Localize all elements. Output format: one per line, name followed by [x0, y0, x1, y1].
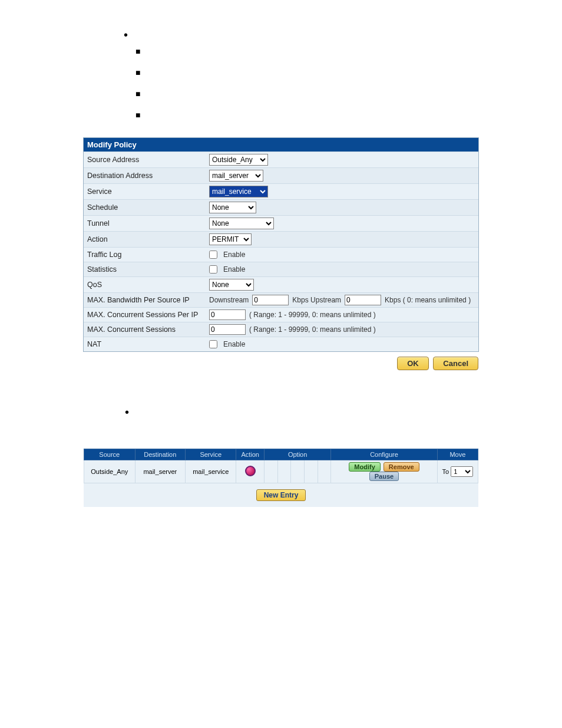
label-destination-address: Destination Address: [84, 169, 206, 182]
input-upstream[interactable]: [345, 295, 381, 305]
cell-option: [277, 460, 291, 483]
label-action: Action: [84, 233, 206, 246]
bullet-square: ■: [135, 47, 140, 56]
upstream-label: Kbps Upstream: [292, 296, 341, 304]
th-destination: Destination: [135, 449, 186, 460]
cancel-button[interactable]: Cancel: [433, 357, 478, 370]
th-source: Source: [84, 449, 135, 460]
bullet-square: ■: [135, 89, 140, 98]
cell-action-icon: [236, 460, 265, 483]
input-sessions[interactable]: [209, 324, 246, 335]
label-qos: QoS: [84, 278, 206, 291]
sessions-per-ip-hint: ( Range: 1 - 99999, 0: means unlimited ): [249, 311, 376, 319]
select-destination-address[interactable]: mail_server: [209, 170, 263, 182]
enable-text: Enable: [223, 265, 245, 274]
enable-text: Enable: [223, 251, 245, 259]
cell-destination: mail_server: [135, 460, 186, 483]
th-action: Action: [236, 449, 265, 460]
label-schedule: Schedule: [84, 201, 206, 214]
cell-configure: Modify Remove Pause: [331, 460, 437, 483]
bullet-square: ■: [135, 68, 140, 77]
cell-move: To 1: [437, 460, 478, 483]
input-sessions-per-ip[interactable]: [209, 309, 246, 320]
form-title: Modify Policy: [84, 138, 478, 151]
enable-text: Enable: [223, 340, 245, 348]
cell-option: [264, 460, 277, 483]
checkbox-statistics[interactable]: [209, 265, 217, 274]
move-label: To: [442, 468, 449, 475]
th-service: Service: [186, 449, 236, 460]
label-max-sessions: MAX. Concurrent Sessions: [84, 323, 206, 336]
select-move[interactable]: 1: [451, 466, 473, 477]
new-entry-button[interactable]: New Entry: [256, 489, 306, 501]
label-statistics: Statistics: [84, 263, 206, 276]
label-traffic-log: Traffic Log: [84, 248, 206, 261]
th-option: Option: [264, 449, 330, 460]
label-max-sessions-per-ip: MAX. Concurrent Sessions Per IP: [84, 308, 206, 321]
bandwidth-suffix: Kbps ( 0: means unlimited ): [385, 296, 471, 304]
select-schedule[interactable]: None: [209, 202, 256, 213]
cell-option: [291, 460, 305, 483]
th-move: Move: [437, 449, 478, 460]
modify-policy-form: Modify Policy Source Address Outside_Any…: [83, 137, 479, 352]
label-max-bandwidth: MAX. Bandwidth Per Source IP: [84, 294, 206, 307]
select-qos[interactable]: None: [209, 279, 254, 291]
bullet-dot: •: [125, 406, 129, 419]
input-downstream[interactable]: [252, 295, 289, 305]
checkbox-traffic-log[interactable]: [209, 251, 217, 259]
bullet-dot: •: [124, 29, 128, 40]
bullet-square: ■: [135, 110, 140, 120]
ok-button[interactable]: OK: [397, 357, 429, 370]
label-tunnel: Tunnel: [84, 217, 206, 230]
select-service[interactable]: mail_service: [209, 186, 268, 197]
select-action[interactable]: PERMIT: [209, 233, 252, 245]
checkbox-nat[interactable]: [209, 340, 217, 348]
cell-service: mail_service: [186, 460, 236, 483]
select-tunnel[interactable]: None: [209, 218, 274, 229]
permit-icon: [245, 466, 256, 476]
label-service: Service: [84, 185, 206, 198]
remove-button[interactable]: Remove: [384, 462, 419, 472]
label-nat: NAT: [84, 338, 206, 351]
policy-table: Source Destination Service Action Option…: [84, 449, 478, 483]
cell-option: [304, 460, 318, 483]
cell-option: [318, 460, 331, 483]
cell-source: Outside_Any: [84, 460, 135, 483]
th-configure: Configure: [331, 449, 437, 460]
pause-button[interactable]: Pause: [369, 472, 399, 481]
select-source-address[interactable]: Outside_Any: [209, 154, 268, 166]
modify-button[interactable]: Modify: [349, 462, 380, 472]
label-source-address: Source Address: [84, 153, 206, 166]
sessions-hint: ( Range: 1 - 99999, 0: means unlimited ): [249, 325, 376, 334]
table-row: Outside_Any mail_server mail_service Mod…: [84, 460, 478, 483]
downstream-label: Downstream: [209, 296, 249, 304]
